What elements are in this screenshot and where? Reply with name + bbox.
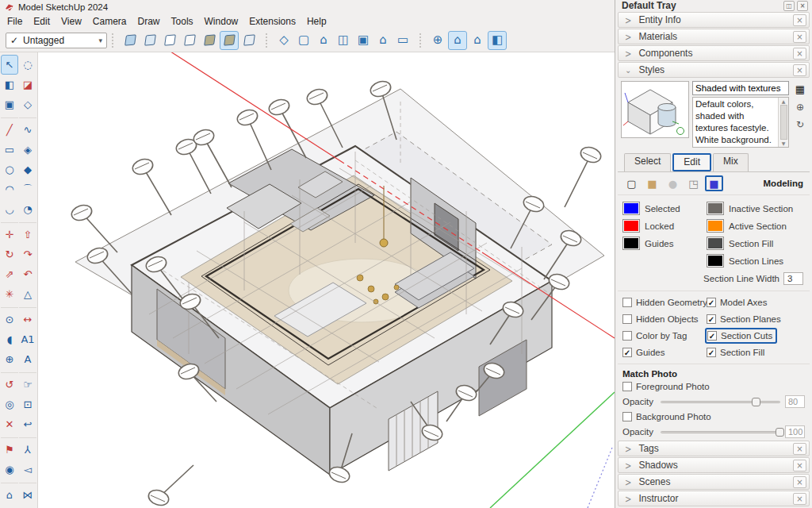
push-pull-tool[interactable]: ⇧	[19, 225, 36, 244]
update-style-button[interactable]: ↻	[794, 118, 806, 130]
rotated-rectangle-tool[interactable]: ◈	[19, 140, 36, 160]
menu-file[interactable]: File	[2, 15, 28, 28]
face-settings-button[interactable]: ■	[643, 175, 661, 191]
line-tool[interactable]: ╱	[1, 120, 18, 140]
scale-tool[interactable]: ⇗	[1, 264, 18, 284]
menu-draw[interactable]: Draw	[132, 15, 166, 28]
check-guides[interactable]: Guides	[622, 346, 707, 359]
menu-edit[interactable]: Edit	[28, 15, 56, 28]
checkbox[interactable]	[622, 314, 632, 324]
check-model-axes[interactable]: Model Axes	[707, 296, 781, 309]
menu-view[interactable]: View	[56, 15, 87, 28]
toolbar-grip[interactable]	[265, 33, 268, 48]
menu-tools[interactable]: Tools	[166, 15, 199, 28]
watermark-settings-button[interactable]: ◳	[684, 175, 703, 191]
check-section-planes[interactable]: Section Planes	[707, 313, 781, 325]
tag-filter-dropdown[interactable]: ✓ Untagged ▾	[6, 33, 107, 48]
color-swatch[interactable]	[622, 202, 640, 215]
slider-thumb[interactable]	[752, 398, 760, 406]
check-hidden-objects[interactable]: Hidden Objects	[622, 313, 707, 325]
close-panel-button[interactable]: ×	[793, 14, 806, 26]
look-around-tool[interactable]: ◉	[1, 460, 18, 479]
pan-tool[interactable]: ☞	[19, 375, 36, 394]
3d-text-tool[interactable]: A	[19, 349, 36, 369]
zoom-extents-tool[interactable]: ✕	[1, 414, 18, 434]
shaded-with-textures-style-button[interactable]	[220, 31, 239, 50]
orbit-tool[interactable]: ↺	[1, 375, 18, 394]
scroll-up-icon[interactable]: ▲	[782, 98, 786, 104]
model-canvas[interactable]	[38, 52, 615, 508]
dimension-tool[interactable]: ↔	[19, 310, 36, 329]
toolbar-grip[interactable]	[419, 33, 422, 48]
tab-edit[interactable]: Edit	[672, 153, 711, 171]
panel-scenes[interactable]: > Scenes ×	[618, 474, 810, 490]
background-photo-row[interactable]: Background Photo	[618, 410, 810, 422]
color-swatch[interactable]	[707, 237, 724, 250]
toolbar-grip[interactable]	[111, 33, 114, 48]
foreground-photo-row[interactable]: Foreground Photo	[618, 379, 810, 392]
panel-materials[interactable]: > Materials ×	[618, 29, 810, 44]
freehand-tool[interactable]: ∿	[19, 120, 36, 140]
color-swatch[interactable]	[707, 254, 724, 267]
close-panel-button[interactable]: ×	[793, 48, 806, 60]
create-style-button[interactable]: ⊕	[794, 101, 806, 113]
paint-bucket-tool[interactable]: ◧	[1, 75, 18, 94]
panel-styles[interactable]: ⌄ Styles ×	[618, 62, 810, 78]
background-photo-checkbox[interactable]	[622, 412, 632, 421]
section-line-width-input[interactable]: 3	[783, 272, 803, 285]
tray-close-button[interactable]: ×	[797, 1, 808, 11]
opacity-value[interactable]: 100	[785, 425, 805, 438]
panel-components[interactable]: > Components ×	[618, 45, 810, 61]
color-swatch[interactable]	[622, 219, 640, 233]
color-swatch[interactable]	[622, 237, 640, 250]
hidden-line-style-button[interactable]	[180, 31, 199, 50]
color-swatch[interactable]	[707, 219, 724, 233]
checkbox[interactable]	[707, 298, 716, 307]
axes-tool[interactable]: ✳	[1, 284, 18, 304]
close-panel-button[interactable]: ×	[793, 64, 806, 76]
show-secondary-pane-button[interactable]: ▦	[794, 83, 806, 95]
two-point-arc-tool[interactable]: ⌒	[19, 179, 36, 199]
move-tool[interactable]: ✛	[1, 225, 18, 244]
background-settings-button[interactable]: ●	[664, 175, 682, 191]
close-panel-button[interactable]: ×	[793, 443, 806, 455]
xray-style-button[interactable]	[121, 31, 140, 50]
tray-pin-button[interactable]: ◫	[783, 1, 795, 11]
opacity-value[interactable]: 80	[785, 395, 805, 408]
zoom-window-tool[interactable]: ⊡	[19, 394, 36, 414]
left-view-button[interactable]: ⌂	[373, 31, 393, 50]
section-plane-tool[interactable]: ⊕	[1, 349, 18, 369]
solid-tools-button[interactable]: △	[19, 284, 36, 304]
description-scrollbar[interactable]: ▲ ▼	[778, 98, 788, 147]
menu-extensions[interactable]: Extensions	[243, 15, 301, 28]
top-view-button[interactable]: ▢	[294, 31, 313, 50]
slider-thumb[interactable]	[776, 428, 784, 437]
position-camera-tool[interactable]: ⚑	[1, 440, 18, 460]
foreground-photo-checkbox[interactable]	[622, 382, 632, 391]
display-section-fill-button[interactable]: ◧	[488, 31, 507, 50]
panel-entity-info[interactable]: > Entity Info ×	[618, 12, 810, 28]
protractor-tool[interactable]: ◖	[1, 329, 18, 349]
panel-tags[interactable]: > Tags ×	[618, 441, 810, 456]
checkbox[interactable]	[622, 348, 632, 357]
close-panel-button[interactable]: ×	[793, 31, 806, 43]
follow-me-tool[interactable]: ↷	[19, 244, 36, 264]
arc-tool[interactable]: ◠	[1, 179, 18, 199]
checkbox[interactable]	[622, 331, 632, 341]
section-plane-button[interactable]: ⊕	[428, 31, 447, 50]
scrollbar-thumb[interactable]	[780, 105, 787, 140]
zoom-tool[interactable]: ◎	[1, 394, 18, 414]
checkbox[interactable]	[707, 348, 716, 357]
monochrome-style-button[interactable]	[239, 31, 259, 50]
offset-tool[interactable]: ↶	[19, 264, 36, 284]
checkbox[interactable]	[622, 298, 632, 307]
select-tool[interactable]: ↖	[1, 55, 18, 75]
check-section-fill[interactable]: Section Fill	[707, 346, 781, 359]
circle-tool[interactable]: ○	[1, 160, 18, 179]
color-swatch[interactable]	[707, 202, 724, 215]
pie-tool[interactable]: ◔	[19, 199, 36, 219]
checkbox[interactable]	[707, 314, 716, 324]
model-svg[interactable]	[38, 52, 615, 508]
right-view-button[interactable]: ◫	[334, 31, 353, 50]
polygon-tool[interactable]: ◆	[19, 160, 36, 179]
